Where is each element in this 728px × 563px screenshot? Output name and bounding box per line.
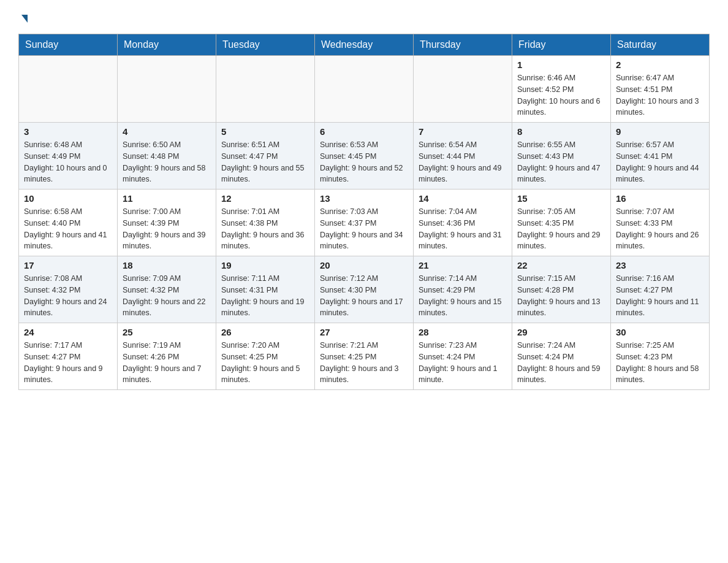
day-info: Sunrise: 6:55 AM Sunset: 4:43 PM Dayligh… (517, 139, 605, 185)
weekday-header-friday: Friday (512, 34, 611, 56)
day-info: Sunrise: 6:53 AM Sunset: 4:45 PM Dayligh… (320, 139, 408, 185)
calendar-cell: 10Sunrise: 6:58 AM Sunset: 4:40 PM Dayli… (19, 190, 118, 256)
day-info: Sunrise: 7:17 AM Sunset: 4:27 PM Dayligh… (24, 340, 112, 386)
day-info: Sunrise: 6:46 AM Sunset: 4:52 PM Dayligh… (517, 72, 605, 118)
calendar-table: SundayMondayTuesdayWednesdayThursdayFrid… (18, 34, 710, 390)
weekday-header-sunday: Sunday (19, 34, 118, 56)
calendar-cell: 7Sunrise: 6:54 AM Sunset: 4:44 PM Daylig… (414, 123, 512, 190)
calendar-week-row: 3Sunrise: 6:48 AM Sunset: 4:49 PM Daylig… (19, 123, 710, 190)
day-number: 14 (419, 193, 507, 204)
calendar-cell: 21Sunrise: 7:14 AM Sunset: 4:29 PM Dayli… (414, 256, 512, 323)
day-info: Sunrise: 7:14 AM Sunset: 4:29 PM Dayligh… (419, 273, 507, 319)
day-number: 7 (419, 126, 507, 137)
day-info: Sunrise: 7:08 AM Sunset: 4:32 PM Dayligh… (24, 273, 112, 319)
day-info: Sunrise: 6:47 AM Sunset: 4:51 PM Dayligh… (616, 72, 704, 118)
day-number: 4 (123, 126, 211, 137)
calendar-cell: 4Sunrise: 6:50 AM Sunset: 4:48 PM Daylig… (118, 123, 216, 190)
day-number: 28 (419, 327, 507, 337)
day-info: Sunrise: 7:21 AM Sunset: 4:25 PM Dayligh… (320, 340, 408, 386)
day-number: 23 (616, 260, 704, 270)
calendar-cell: 27Sunrise: 7:21 AM Sunset: 4:25 PM Dayli… (315, 323, 414, 390)
day-number: 25 (123, 327, 211, 337)
calendar-cell: 13Sunrise: 7:03 AM Sunset: 4:37 PM Dayli… (315, 190, 414, 256)
day-number: 16 (616, 193, 704, 204)
day-info: Sunrise: 7:15 AM Sunset: 4:28 PM Dayligh… (517, 273, 605, 319)
day-info: Sunrise: 7:05 AM Sunset: 4:35 PM Dayligh… (517, 206, 605, 252)
calendar-cell: 12Sunrise: 7:01 AM Sunset: 4:38 PM Dayli… (216, 190, 315, 256)
day-info: Sunrise: 7:24 AM Sunset: 4:24 PM Dayligh… (517, 340, 605, 386)
day-number: 27 (320, 327, 408, 337)
calendar-cell: 9Sunrise: 6:57 AM Sunset: 4:41 PM Daylig… (611, 123, 710, 190)
calendar-cell: 20Sunrise: 7:12 AM Sunset: 4:30 PM Dayli… (315, 256, 414, 323)
calendar-cell: 22Sunrise: 7:15 AM Sunset: 4:28 PM Dayli… (512, 256, 611, 323)
calendar-cell (414, 56, 512, 123)
day-number: 18 (123, 260, 211, 270)
day-info: Sunrise: 6:48 AM Sunset: 4:49 PM Dayligh… (24, 139, 112, 185)
day-info: Sunrise: 7:11 AM Sunset: 4:31 PM Dayligh… (221, 273, 309, 319)
day-number: 22 (517, 260, 605, 270)
calendar-cell (315, 56, 414, 123)
day-info: Sunrise: 6:50 AM Sunset: 4:48 PM Dayligh… (123, 139, 211, 185)
day-number: 19 (221, 260, 309, 270)
calendar-cell: 6Sunrise: 6:53 AM Sunset: 4:45 PM Daylig… (315, 123, 414, 190)
calendar-cell: 8Sunrise: 6:55 AM Sunset: 4:43 PM Daylig… (512, 123, 611, 190)
day-number: 24 (24, 327, 112, 337)
day-number: 10 (24, 193, 112, 204)
weekday-header-saturday: Saturday (611, 34, 710, 56)
weekday-header-monday: Monday (118, 34, 216, 56)
day-number: 8 (517, 126, 605, 137)
day-info: Sunrise: 7:20 AM Sunset: 4:25 PM Dayligh… (221, 340, 309, 386)
day-info: Sunrise: 7:19 AM Sunset: 4:26 PM Dayligh… (123, 340, 211, 386)
day-info: Sunrise: 6:51 AM Sunset: 4:47 PM Dayligh… (221, 139, 309, 185)
day-info: Sunrise: 6:54 AM Sunset: 4:44 PM Dayligh… (419, 139, 507, 185)
day-number: 30 (616, 327, 704, 337)
calendar-week-row: 24Sunrise: 7:17 AM Sunset: 4:27 PM Dayli… (19, 323, 710, 390)
day-info: Sunrise: 7:09 AM Sunset: 4:32 PM Dayligh… (123, 273, 211, 319)
day-info: Sunrise: 7:23 AM Sunset: 4:24 PM Dayligh… (419, 340, 507, 386)
day-number: 5 (221, 126, 309, 137)
day-info: Sunrise: 7:07 AM Sunset: 4:33 PM Dayligh… (616, 206, 704, 252)
day-number: 3 (24, 126, 112, 137)
calendar-cell: 19Sunrise: 7:11 AM Sunset: 4:31 PM Dayli… (216, 256, 315, 323)
calendar-cell: 17Sunrise: 7:08 AM Sunset: 4:32 PM Dayli… (19, 256, 118, 323)
calendar-cell: 24Sunrise: 7:17 AM Sunset: 4:27 PM Dayli… (19, 323, 118, 390)
day-number: 20 (320, 260, 408, 270)
calendar-cell (216, 56, 315, 123)
day-number: 21 (419, 260, 507, 270)
day-number: 9 (616, 126, 704, 137)
calendar-cell: 3Sunrise: 6:48 AM Sunset: 4:49 PM Daylig… (19, 123, 118, 190)
day-number: 29 (517, 327, 605, 337)
calendar-cell: 18Sunrise: 7:09 AM Sunset: 4:32 PM Dayli… (118, 256, 216, 323)
calendar-cell: 28Sunrise: 7:23 AM Sunset: 4:24 PM Dayli… (414, 323, 512, 390)
page-header (18, 12, 710, 23)
calendar-cell (118, 56, 216, 123)
calendar-cell: 11Sunrise: 7:00 AM Sunset: 4:39 PM Dayli… (118, 190, 216, 256)
day-number: 17 (24, 260, 112, 270)
calendar-cell: 25Sunrise: 7:19 AM Sunset: 4:26 PM Dayli… (118, 323, 216, 390)
weekday-header-wednesday: Wednesday (315, 34, 414, 56)
calendar-week-row: 17Sunrise: 7:08 AM Sunset: 4:32 PM Dayli… (19, 256, 710, 323)
weekday-header-row: SundayMondayTuesdayWednesdayThursdayFrid… (19, 34, 710, 56)
calendar-cell: 26Sunrise: 7:20 AM Sunset: 4:25 PM Dayli… (216, 323, 315, 390)
day-info: Sunrise: 7:04 AM Sunset: 4:36 PM Dayligh… (419, 206, 507, 252)
day-number: 1 (517, 59, 605, 70)
calendar-week-row: 10Sunrise: 6:58 AM Sunset: 4:40 PM Dayli… (19, 190, 710, 256)
calendar-cell: 14Sunrise: 7:04 AM Sunset: 4:36 PM Dayli… (414, 190, 512, 256)
calendar-cell (19, 56, 118, 123)
day-info: Sunrise: 7:12 AM Sunset: 4:30 PM Dayligh… (320, 273, 408, 319)
weekday-header-tuesday: Tuesday (216, 34, 315, 56)
day-number: 15 (517, 193, 605, 204)
calendar-cell: 5Sunrise: 6:51 AM Sunset: 4:47 PM Daylig… (216, 123, 315, 190)
weekday-header-thursday: Thursday (414, 34, 512, 56)
calendar-cell: 15Sunrise: 7:05 AM Sunset: 4:35 PM Dayli… (512, 190, 611, 256)
day-number: 12 (221, 193, 309, 204)
day-number: 26 (221, 327, 309, 337)
calendar-cell: 23Sunrise: 7:16 AM Sunset: 4:27 PM Dayli… (611, 256, 710, 323)
calendar-cell: 2Sunrise: 6:47 AM Sunset: 4:51 PM Daylig… (611, 56, 710, 123)
calendar-cell: 16Sunrise: 7:07 AM Sunset: 4:33 PM Dayli… (611, 190, 710, 256)
day-info: Sunrise: 7:25 AM Sunset: 4:23 PM Dayligh… (616, 340, 704, 386)
day-info: Sunrise: 7:00 AM Sunset: 4:39 PM Dayligh… (123, 206, 211, 252)
day-info: Sunrise: 7:03 AM Sunset: 4:37 PM Dayligh… (320, 206, 408, 252)
calendar-cell: 1Sunrise: 6:46 AM Sunset: 4:52 PM Daylig… (512, 56, 611, 123)
day-number: 13 (320, 193, 408, 204)
